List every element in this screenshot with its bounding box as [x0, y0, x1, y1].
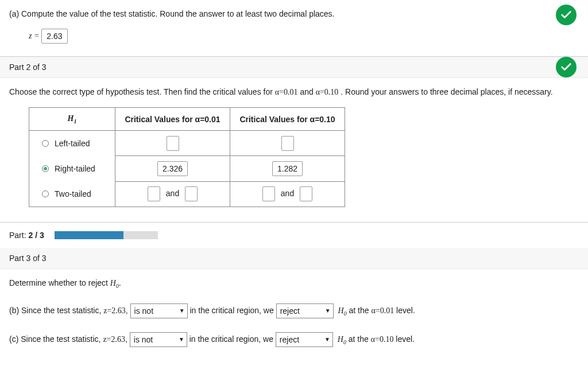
z-equation: z = 2.63 — [29, 29, 579, 44]
txt: in the critical region, we — [189, 334, 276, 344]
h0-sub: 0 — [344, 310, 347, 317]
col-header-alpha-10: Critical Values for α=0.10 — [230, 108, 345, 131]
and-text: and — [281, 189, 294, 198]
z-value-input[interactable]: 2.63 — [41, 29, 67, 44]
radio-label: Two-tailed — [55, 189, 91, 198]
select-value: is not — [134, 331, 153, 348]
part-a-section: (a) Compute the value of the test statis… — [0, 0, 588, 57]
txt: , — [125, 334, 130, 344]
txt: at the — [349, 334, 371, 344]
radio-label: Left-tailed — [55, 139, 90, 148]
cv-two-10-a[interactable] — [262, 186, 275, 201]
radio-label: Right-tailed — [55, 164, 95, 173]
h0-symbol: H — [338, 335, 343, 344]
col-header-h1: H1 — [29, 108, 115, 131]
part-2-header: Part 2 of 3 — [0, 57, 588, 78]
txt: . — [119, 278, 121, 287]
z-val: z=2.63 — [103, 306, 126, 315]
select-c-reject[interactable]: reject▼ — [276, 332, 333, 347]
cv-right-10[interactable]: 1.282 — [272, 161, 303, 176]
chevron-down-icon: ▼ — [324, 331, 330, 348]
txt: Determine whether to reject — [9, 278, 110, 287]
cv-right-01[interactable]: 2.326 — [157, 161, 188, 176]
txt: (c) Since the test statistic, — [9, 334, 103, 344]
part-3-body: Determine whether to reject H0. (b) Sinc… — [0, 269, 588, 366]
progress-fill — [55, 231, 123, 239]
txt: in the critical region, we — [189, 306, 276, 315]
progress-row: Part: 2 / 3 — [0, 223, 588, 248]
h0-sub: 0 — [343, 338, 346, 345]
txt: level. — [393, 334, 415, 344]
cv-left-01[interactable] — [167, 136, 179, 151]
txt: . Round your answers to three decimal pl… — [341, 87, 552, 96]
and-text: and — [166, 189, 179, 198]
select-b-isnot[interactable]: is not▼ — [130, 303, 188, 318]
radio-two-tailed[interactable] — [42, 190, 49, 197]
cv-two-01-b[interactable] — [185, 186, 198, 201]
progress-bar — [55, 231, 158, 239]
cv-two-10-b[interactable] — [300, 186, 312, 201]
alpha-2: α=0.10 — [316, 88, 339, 96]
table-row: Left-tailed Right-tailed Two-tailed — [29, 131, 345, 156]
cv-left-10[interactable] — [281, 136, 294, 151]
chevron-down-icon: ▼ — [179, 302, 185, 320]
alpha: α=0.10 — [371, 335, 394, 344]
txt: , — [126, 306, 130, 315]
correct-check-icon — [556, 57, 577, 77]
col-header-alpha-01: Critical Values for α=0.01 — [115, 108, 230, 131]
part-a-prompt: (a) Compute the value of the test statis… — [9, 9, 579, 18]
radio-left-tailed[interactable] — [42, 140, 49, 147]
sentence-c: (c) Since the test statistic, z=2.63, is… — [9, 330, 579, 351]
z-val: z=2.63 — [103, 335, 125, 344]
critical-values-table: H1 Critical Values for α=0.01 Critical V… — [29, 107, 345, 207]
h0-symbol: H — [110, 279, 116, 287]
alpha-1: α=0.01 — [275, 88, 298, 96]
z-label: z = — [29, 32, 39, 40]
select-value: reject — [280, 302, 300, 320]
txt: and — [300, 87, 315, 96]
part-3-prompt: Determine whether to reject H0. — [9, 278, 579, 289]
txt: (b) Since the test statistic, — [9, 306, 103, 315]
txt: Choose the correct type of hypothesis te… — [9, 87, 275, 96]
correct-check-icon — [556, 5, 577, 25]
txt: level. — [394, 306, 415, 315]
h1-sub: 1 — [74, 118, 76, 124]
txt: at the — [349, 306, 372, 315]
h1-symbol: H — [68, 114, 74, 123]
part-2-header-text: Part 2 of 3 — [9, 63, 47, 72]
select-c-isnot[interactable]: is not▼ — [130, 332, 187, 347]
chevron-down-icon: ▼ — [179, 331, 184, 348]
select-value: is not — [134, 302, 153, 320]
part-3-header: Part 3 of 3 — [0, 248, 588, 269]
select-b-reject[interactable]: reject▼ — [276, 303, 334, 318]
chevron-down-icon: ▼ — [325, 302, 331, 320]
sentence-b: (b) Since the test statistic, z=2.63, is… — [9, 302, 579, 322]
alpha: α=0.01 — [371, 306, 394, 315]
cv-two-01-a[interactable] — [148, 186, 160, 201]
part-2-body: Choose the correct type of hypothesis te… — [0, 78, 588, 223]
radio-right-tailed[interactable] — [42, 165, 49, 172]
part-2-prompt: Choose the correct type of hypothesis te… — [9, 87, 579, 97]
h0-symbol: H — [338, 306, 344, 315]
progress-label: Part: 2 / 3 — [9, 231, 44, 240]
select-value: reject — [280, 331, 299, 348]
part-3-header-text: Part 3 of 3 — [9, 254, 47, 263]
